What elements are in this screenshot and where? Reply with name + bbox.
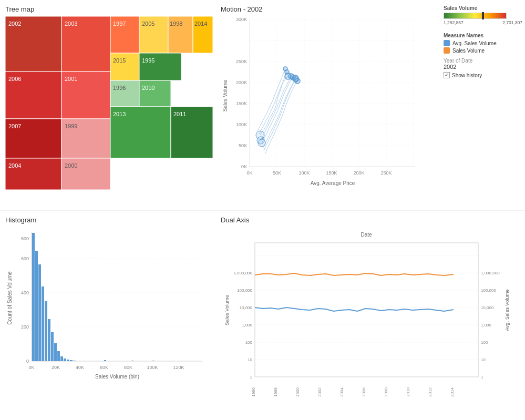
svg-text:Avg. Sales Volume: Avg. Sales Volume bbox=[504, 289, 510, 331]
svg-text:200K: 200K bbox=[353, 170, 364, 176]
hist-bar-far3[interactable] bbox=[152, 361, 155, 361]
svg-text:250K: 250K bbox=[380, 170, 392, 176]
legend-color-avg bbox=[444, 40, 450, 46]
legend-min: 1,252,857 bbox=[444, 20, 464, 25]
svg-text:2012: 2012 bbox=[428, 387, 433, 396]
motion-panel: Motion - 2002 bbox=[218, 0, 525, 210]
svg-text:10,000: 10,000 bbox=[240, 305, 253, 310]
dualaxis-title: Dual Axis bbox=[221, 216, 522, 224]
svg-text:2014: 2014 bbox=[450, 387, 455, 396]
show-history-checkbox[interactable]: ✓ bbox=[444, 72, 450, 78]
hist-bar-2[interactable] bbox=[38, 264, 41, 361]
hist-bar-8[interactable] bbox=[57, 351, 60, 361]
svg-text:2013: 2013 bbox=[113, 111, 126, 117]
hist-bar-far2[interactable] bbox=[131, 361, 133, 361]
legend-label-avg: Avg. Sales Volume bbox=[452, 40, 497, 46]
hist-bar-0[interactable] bbox=[32, 233, 35, 361]
svg-text:2004: 2004 bbox=[339, 387, 344, 396]
legend-year-value: 2002 bbox=[444, 64, 522, 70]
hist-bar-7[interactable] bbox=[54, 343, 57, 361]
svg-text:1997: 1997 bbox=[113, 21, 126, 27]
hist-bar-far1[interactable] bbox=[104, 360, 106, 361]
svg-text:200K: 200K bbox=[236, 80, 247, 85]
svg-point-56 bbox=[258, 139, 265, 147]
hist-bar-12[interactable] bbox=[70, 360, 73, 361]
svg-text:40K: 40K bbox=[76, 365, 84, 370]
dualaxis-avg-line bbox=[255, 308, 454, 311]
svg-text:120K: 120K bbox=[173, 365, 184, 370]
motion-chart-area: Motion - 2002 bbox=[221, 5, 438, 208]
dashboard: Tree map 2002 2003 1997 2005 1998 bbox=[0, 0, 525, 420]
svg-text:150K: 150K bbox=[326, 170, 337, 176]
hist-bar-13[interactable] bbox=[73, 361, 76, 361]
svg-text:1,000: 1,000 bbox=[242, 323, 253, 327]
svg-text:2014: 2014 bbox=[194, 21, 207, 27]
legend-gradient-marker bbox=[482, 12, 484, 19]
svg-text:Date: Date bbox=[361, 232, 372, 238]
motion-svg: 0K 50K 100K 150K 200K 250K 300K 0K 50K 1… bbox=[221, 14, 426, 193]
hist-bar-1[interactable] bbox=[35, 251, 38, 361]
treemap-svg: 2002 2003 1997 2005 1998 2014 2006 bbox=[5, 16, 213, 190]
svg-text:1999: 1999 bbox=[65, 123, 77, 129]
hist-bar-10[interactable] bbox=[64, 358, 66, 361]
svg-text:Avg. Average Price: Avg. Average Price bbox=[311, 180, 355, 186]
legend-color-sales bbox=[444, 47, 450, 54]
svg-text:1: 1 bbox=[481, 375, 483, 380]
svg-text:600: 600 bbox=[21, 256, 29, 261]
svg-text:60K: 60K bbox=[100, 365, 108, 370]
show-history-container[interactable]: ✓ Show history bbox=[444, 72, 522, 78]
motion-legend: Sales Volume 1,252,857 2,701,307 Measure… bbox=[438, 5, 522, 208]
treemap-container: 2002 2003 1997 2005 1998 2014 2006 bbox=[5, 16, 213, 190]
motion-title: Motion - 2002 bbox=[221, 5, 438, 13]
svg-text:800: 800 bbox=[21, 236, 29, 241]
dualaxis-sales-line bbox=[255, 273, 454, 275]
svg-text:20K: 20K bbox=[52, 365, 60, 370]
treemap-panel: Tree map 2002 2003 1997 2005 1998 bbox=[0, 0, 218, 210]
histogram-title: Histogram bbox=[5, 216, 213, 224]
svg-text:2002: 2002 bbox=[8, 21, 21, 27]
dualaxis-svg: Date 1 10 100 1,000 10,000 100,000 1,000… bbox=[221, 227, 515, 411]
svg-text:0K: 0K bbox=[28, 365, 34, 370]
show-history-label: Show history bbox=[452, 73, 482, 78]
legend-gradient-section: Sales Volume 1,252,857 2,701,307 bbox=[444, 5, 522, 25]
svg-text:50K: 50K bbox=[239, 143, 247, 148]
svg-text:2000: 2000 bbox=[295, 387, 300, 396]
svg-text:1996: 1996 bbox=[113, 85, 126, 91]
svg-text:2003: 2003 bbox=[65, 21, 77, 27]
svg-text:Count of Sales Volume: Count of Sales Volume bbox=[7, 271, 13, 325]
legend-year-label: Year of Date bbox=[444, 58, 522, 64]
legend-year-section: Year of Date 2002 ✓ Show history bbox=[444, 58, 522, 78]
hist-bar-4[interactable] bbox=[45, 301, 47, 361]
svg-text:100: 100 bbox=[481, 340, 488, 345]
svg-text:2008: 2008 bbox=[384, 387, 388, 396]
svg-text:400: 400 bbox=[21, 290, 29, 295]
svg-text:2000: 2000 bbox=[65, 162, 77, 169]
hist-bar-9[interactable] bbox=[60, 356, 63, 361]
svg-text:0: 0 bbox=[26, 358, 29, 364]
svg-text:Sales Volume (bin): Sales Volume (bin) bbox=[95, 374, 139, 380]
svg-text:2006: 2006 bbox=[8, 76, 21, 82]
histogram-svg: 0 200 400 600 800 0K 20K 40K 60K 80K 100… bbox=[5, 227, 210, 390]
svg-text:2015: 2015 bbox=[113, 57, 126, 64]
hist-bar-11[interactable] bbox=[67, 360, 69, 361]
svg-text:1996: 1996 bbox=[251, 387, 256, 396]
svg-text:1,000,000: 1,000,000 bbox=[481, 271, 500, 275]
svg-text:1,000,000: 1,000,000 bbox=[233, 271, 252, 275]
hist-bar-5[interactable] bbox=[48, 319, 50, 361]
svg-text:80K: 80K bbox=[124, 365, 132, 370]
svg-text:2006: 2006 bbox=[362, 387, 366, 396]
svg-text:2010: 2010 bbox=[142, 85, 155, 91]
hist-bar-3[interactable] bbox=[42, 286, 44, 361]
svg-text:250K: 250K bbox=[236, 59, 247, 64]
legend-item-sales: Sales Volume bbox=[444, 47, 522, 54]
legend-gradient-title: Sales Volume bbox=[444, 5, 522, 11]
svg-text:10,000: 10,000 bbox=[481, 305, 494, 310]
hist-bar-6[interactable] bbox=[51, 332, 54, 361]
svg-text:Sales Volume: Sales Volume bbox=[222, 79, 228, 112]
svg-point-52 bbox=[295, 78, 300, 84]
svg-text:100K: 100K bbox=[147, 365, 158, 370]
svg-text:2004: 2004 bbox=[8, 162, 21, 169]
svg-text:100: 100 bbox=[245, 340, 253, 345]
legend-item-avg: Avg. Sales Volume bbox=[444, 40, 522, 46]
svg-text:0K: 0K bbox=[241, 164, 247, 169]
